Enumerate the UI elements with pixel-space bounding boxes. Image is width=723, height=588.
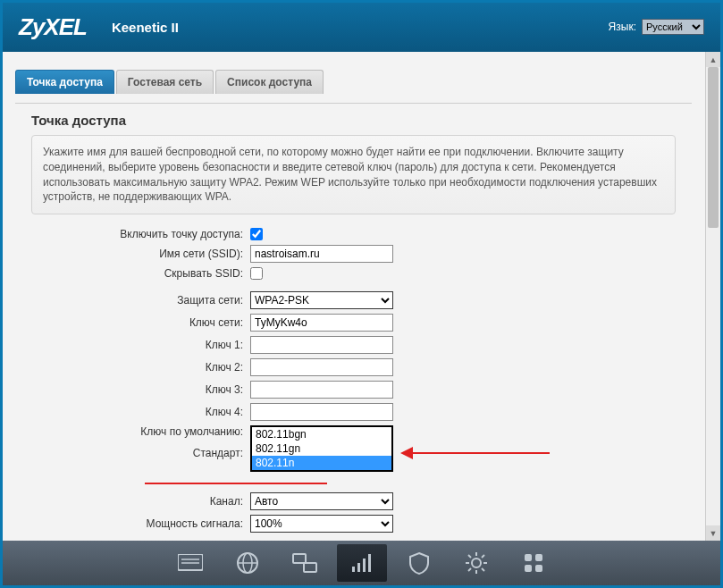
key3-input[interactable] — [250, 381, 393, 399]
enable-ap-label: Включить точку доступа: — [31, 228, 250, 240]
scroll-up-icon[interactable]: ▲ — [706, 52, 720, 67]
key3-label: Ключ 3: — [31, 383, 250, 396]
svg-rect-8 — [352, 567, 355, 572]
channel-select[interactable]: Авто — [250, 492, 393, 510]
header-bar: ZyXEL Keenetic II Язык: Русский — [3, 3, 720, 52]
standard-option-n[interactable]: 802.11n — [252, 456, 391, 470]
power-label: Мощность сигнала: — [31, 517, 250, 530]
hide-ssid-checkbox[interactable] — [250, 267, 263, 280]
svg-rect-9 — [357, 563, 360, 572]
scroll-down-icon[interactable]: ▼ — [706, 525, 720, 541]
nav-status-icon[interactable] — [165, 544, 215, 582]
key4-input[interactable] — [250, 403, 393, 421]
key1-label: Ключ 1: — [31, 339, 250, 351]
svg-line-18 — [482, 568, 484, 571]
default-key-label: Ключ по умолчанию: — [31, 425, 250, 438]
svg-point-12 — [472, 559, 481, 567]
key2-input[interactable] — [250, 358, 393, 376]
nav-system-icon[interactable] — [451, 544, 501, 582]
svg-rect-22 — [535, 554, 542, 561]
network-key-label: Ключ сети: — [31, 316, 250, 329]
page-description: Укажите имя для вашей беспроводной сети,… — [31, 135, 676, 214]
hide-ssid-label: Скрывать SSID: — [31, 267, 250, 280]
page-title: Точка доступа — [31, 113, 676, 128]
svg-line-19 — [468, 568, 471, 571]
tab-guest-network[interactable]: Гостевая сеть — [116, 70, 214, 94]
security-select[interactable]: WPA2-PSK — [250, 291, 393, 309]
model-name: Keenetic II — [112, 20, 179, 35]
svg-rect-23 — [525, 565, 532, 572]
svg-rect-21 — [525, 554, 532, 561]
svg-rect-10 — [363, 559, 366, 572]
language-select[interactable]: Русский — [642, 19, 704, 35]
standard-option-gn[interactable]: 802.11gn — [252, 441, 391, 456]
ssid-input[interactable] — [250, 245, 393, 263]
nav-wifi-icon[interactable] — [337, 544, 387, 582]
enable-ap-checkbox[interactable] — [250, 228, 263, 240]
tab-access-point[interactable]: Точка доступа — [15, 70, 114, 94]
nav-security-icon[interactable] — [394, 544, 444, 582]
nav-home-network-icon[interactable] — [280, 544, 330, 582]
power-select[interactable]: 100% — [250, 515, 393, 533]
channel-label: Канал: — [31, 495, 250, 508]
brand-logo: ZyXEL — [19, 13, 87, 41]
ssid-label: Имя сети (SSID): — [31, 248, 250, 260]
svg-rect-7 — [304, 563, 316, 572]
vertical-scrollbar[interactable]: ▲ ▼ — [705, 52, 720, 541]
security-label: Защита сети: — [31, 294, 250, 307]
standard-label: Стандарт: — [31, 447, 250, 459]
tab-access-list[interactable]: Список доступа — [215, 70, 324, 94]
key4-label: Ключ 4: — [31, 406, 250, 418]
nav-apps-icon[interactable] — [509, 544, 559, 582]
nav-internet-icon[interactable] — [223, 544, 273, 582]
svg-line-17 — [468, 555, 471, 558]
svg-rect-11 — [368, 554, 371, 572]
svg-rect-6 — [293, 554, 306, 563]
tab-bar: Точка доступа Гостевая сеть Список досту… — [15, 70, 692, 94]
key2-label: Ключ 2: — [31, 361, 250, 374]
bottom-nav — [3, 541, 720, 585]
scroll-thumb[interactable] — [708, 67, 719, 228]
svg-rect-24 — [535, 565, 542, 572]
standard-option-bgn[interactable]: 802.11bgn — [252, 427, 391, 441]
svg-line-20 — [482, 555, 484, 558]
language-label: Язык: — [609, 21, 636, 33]
annotation-underline — [145, 483, 327, 484]
annotation-arrow — [411, 452, 550, 454]
svg-rect-0 — [178, 554, 203, 570]
network-key-input[interactable] — [250, 314, 393, 332]
key1-input[interactable] — [250, 336, 393, 354]
standard-dropdown-open[interactable]: 802.11bgn 802.11gn 802.11n — [250, 425, 393, 472]
